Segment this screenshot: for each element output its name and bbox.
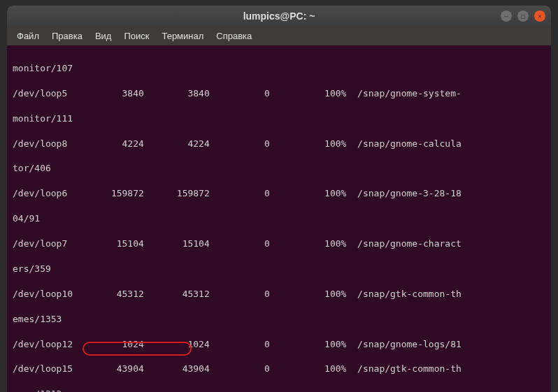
window-title: lumpics@PC: ~ (243, 10, 315, 22)
menu-edit[interactable]: Правка (52, 31, 83, 41)
output-line: /dev/loop6 159872 159872 0 100% /snap/gn… (13, 187, 545, 200)
menu-view[interactable]: Вид (95, 31, 112, 41)
output-line: /dev/loop7 15104 15104 0 100% /snap/gnom… (13, 238, 545, 250)
menu-file[interactable]: Файл (17, 31, 39, 41)
menubar: Файл Правка Вид Поиск Терминал Справка (7, 27, 551, 45)
output-line: /dev/loop12 1024 1024 0 100% /snap/gnome… (13, 338, 545, 351)
window-controls: – □ × (501, 10, 545, 22)
output-line: ers/359 (13, 263, 545, 275)
menu-search[interactable]: Поиск (124, 31, 149, 41)
titlebar[interactable]: lumpics@PC: ~ – □ × (7, 6, 551, 27)
output-line: /dev/loop10 45312 45312 0 100% /snap/gtk… (13, 288, 545, 300)
close-button[interactable]: × (534, 10, 545, 22)
output-line: /dev/loop15 43904 43904 0 100% /snap/gtk… (13, 363, 545, 375)
maximize-button[interactable]: □ (517, 10, 529, 22)
output-line: /dev/loop8 4224 4224 0 100% /snap/gnome-… (13, 138, 545, 150)
menu-help[interactable]: Справка (216, 31, 252, 41)
terminal-window: lumpics@PC: ~ – □ × Файл Правка Вид Поис… (7, 6, 551, 392)
output-line: 04/91 (13, 212, 545, 225)
menu-terminal[interactable]: Терминал (162, 31, 203, 41)
output-line: tor/406 (13, 162, 545, 175)
output-line: monitor/111 (13, 112, 545, 125)
terminal-body[interactable]: monitor/107 /dev/loop5 3840 3840 0 100% … (7, 45, 551, 392)
minimize-button[interactable]: – (501, 10, 512, 22)
output-line: emes/1313 (13, 388, 545, 392)
output-line: /dev/loop5 3840 3840 0 100% /snap/gnome-… (13, 87, 545, 100)
output-line: emes/1353 (13, 313, 545, 326)
output-line: monitor/107 (13, 62, 545, 75)
